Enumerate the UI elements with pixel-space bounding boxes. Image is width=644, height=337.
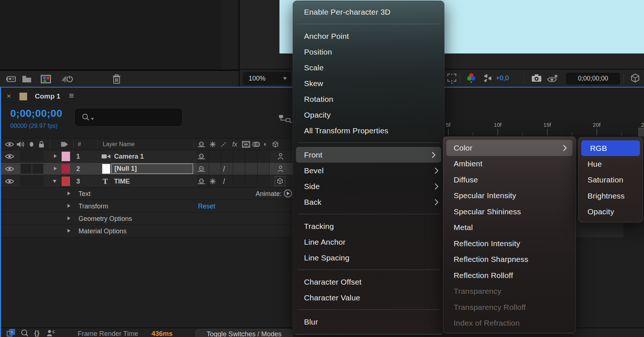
layer-label-swatch[interactable] <box>62 177 70 186</box>
shy-icon[interactable] <box>198 141 205 147</box>
expand-chevron-icon[interactable] <box>67 216 70 220</box>
layer-row-text[interactable]: 3 T TIME / <box>0 175 293 188</box>
video-eye-icon[interactable] <box>5 142 14 147</box>
video-eye-icon[interactable] <box>5 178 14 184</box>
parent-pick-whip-icon[interactable] <box>278 153 284 160</box>
solo-cell[interactable] <box>32 164 43 174</box>
expand-chevron-icon[interactable] <box>54 167 57 170</box>
menu-item-front[interactable]: Front <box>296 147 441 163</box>
audio-speaker-icon[interactable] <box>17 141 25 148</box>
timeline-search-input[interactable] <box>75 109 182 126</box>
menu-item-reflection-sharpness[interactable]: Reflection Sharpness <box>443 252 575 268</box>
effects-fx-icon[interactable]: fx <box>232 141 237 148</box>
menu-item-brightness[interactable]: Brightness <box>579 188 643 204</box>
menu-item-character-offset[interactable]: Character Offset <box>293 274 444 290</box>
menu-item-opacity[interactable]: Opacity <box>579 204 643 220</box>
property-row-material[interactable]: Material Options <box>0 225 293 237</box>
audio-cell[interactable] <box>21 164 32 174</box>
menu-item-all-transform-properties[interactable]: All Transform Properties <box>293 123 444 138</box>
new-folder-icon[interactable] <box>22 75 32 83</box>
property-row-text[interactable]: Text Animate: <box>0 188 293 200</box>
menu-item-bevel[interactable]: Bevel <box>293 163 444 178</box>
show-snapshot-icon[interactable] <box>547 74 559 83</box>
menu-item-side[interactable]: Side <box>293 178 444 194</box>
adjustment-layer-icon[interactable]: ◐ <box>264 141 267 148</box>
viewer-timecode-field[interactable]: 0;00;00;00 <box>566 73 620 84</box>
render-engine-icon[interactable] <box>61 75 73 84</box>
exposure-value[interactable]: +0,0 <box>496 74 509 82</box>
expand-chevron-icon[interactable] <box>67 204 70 208</box>
layer-label-swatch[interactable] <box>62 152 70 161</box>
menu-item-blur[interactable]: Blur <box>293 314 444 330</box>
video-eye-icon[interactable] <box>5 166 14 171</box>
menu-item-color[interactable]: Color <box>446 140 572 156</box>
solo-cell[interactable] <box>32 151 43 161</box>
show-channel-icon[interactable] <box>466 73 476 84</box>
label-tag-icon[interactable] <box>61 141 69 148</box>
layer-row-camera[interactable]: 1 Camera 1 <box>0 150 293 163</box>
take-snapshot-icon[interactable] <box>531 74 542 82</box>
shy-icon[interactable] <box>198 153 205 159</box>
menu-item-specular-intensity[interactable]: Specular Intensity <box>443 188 575 204</box>
column-layer-name[interactable]: Layer Name <box>103 141 135 148</box>
menu-item-specular-shininess[interactable]: Specular Shininess <box>443 204 575 220</box>
wizard-icon[interactable] <box>47 329 55 337</box>
property-label[interactable]: Transform <box>78 203 108 210</box>
audio-cell[interactable] <box>21 151 32 161</box>
solo-icon[interactable] <box>30 142 33 147</box>
exposure-shutter-icon[interactable] <box>482 73 493 84</box>
shy-icon[interactable] <box>198 166 205 172</box>
layer-name[interactable]: TIME <box>114 178 130 185</box>
menu-item-saturation[interactable]: Saturation <box>579 172 643 188</box>
menu-item-position[interactable]: Position <box>293 44 444 60</box>
interpret-footage-icon[interactable] <box>6 76 16 83</box>
collapse-chevron-icon[interactable] <box>53 180 56 183</box>
graph-editor-icon[interactable] <box>21 329 29 337</box>
3d-layer-switch[interactable] <box>275 176 285 186</box>
menu-item-tracking[interactable]: Tracking <box>293 218 444 234</box>
menu-item-back[interactable]: Back <box>293 194 444 210</box>
current-time-display[interactable]: 0;00;00;00 <box>10 108 62 119</box>
layer-name[interactable]: Camera 1 <box>114 153 144 160</box>
audio-cell[interactable] <box>21 176 32 186</box>
expressions-braces-icon[interactable]: {} <box>34 329 40 337</box>
menu-item-scale[interactable]: Scale <box>293 60 444 75</box>
animate-menu-button[interactable] <box>284 189 292 197</box>
comp-tab-title[interactable]: Comp 1 <box>35 92 61 100</box>
property-row-geometry[interactable]: Geometry Options <box>0 212 293 225</box>
menu-item-reflection-intensity[interactable]: Reflection Intensity <box>443 236 575 252</box>
comp-mini-flowchart-icon[interactable] <box>279 115 292 123</box>
toggle-switches-modes-button[interactable]: Toggle Switches / Modes <box>195 329 293 337</box>
composition-mini-flowchart-icon[interactable] <box>7 329 15 337</box>
expand-chevron-icon[interactable] <box>54 154 57 158</box>
menu-item-line-anchor[interactable]: Line Anchor <box>293 234 444 250</box>
3d-view-cube-icon[interactable] <box>630 73 640 84</box>
motion-blur-icon[interactable] <box>252 141 261 148</box>
menu-item-rgb[interactable]: RGB <box>581 140 640 156</box>
menu-item-opacity[interactable]: Opacity <box>293 107 444 123</box>
property-row-transform[interactable]: Transform Reset <box>0 200 293 212</box>
lock-icon[interactable] <box>39 141 45 148</box>
new-composition-icon[interactable] <box>40 75 51 84</box>
layer-label-swatch[interactable] <box>62 164 70 174</box>
menu-item-character-value[interactable]: Character Value <box>293 290 444 305</box>
quality-icon[interactable] <box>221 141 227 147</box>
frame-blend-icon[interactable] <box>242 141 250 148</box>
magnification-dropdown[interactable]: 100% <box>243 72 291 85</box>
3d-layer-icon[interactable] <box>272 141 279 148</box>
quality-switch[interactable]: / <box>223 177 225 186</box>
menu-item-ambient[interactable]: Ambient <box>443 156 575 172</box>
region-of-interest-icon[interactable] <box>447 74 456 84</box>
menu-item-diffuse[interactable]: Diffuse <box>443 172 575 188</box>
quality-switch[interactable]: / <box>223 164 225 173</box>
reset-link[interactable]: Reset <box>198 203 215 210</box>
collapse-transformations-icon[interactable] <box>209 141 216 148</box>
menu-item-hue[interactable]: Hue <box>579 156 643 172</box>
menu-item-anchor-point[interactable]: Anchor Point <box>293 28 444 44</box>
collapse-transformations-icon[interactable] <box>209 178 216 185</box>
column-index[interactable]: # <box>78 141 81 148</box>
close-icon[interactable]: × <box>7 92 11 100</box>
menu-item-metal[interactable]: Metal <box>443 220 575 236</box>
menu-item-reflection-rolloff[interactable]: Reflection Rolloff <box>443 267 575 284</box>
menu-item-skew[interactable]: Skew <box>293 75 444 91</box>
